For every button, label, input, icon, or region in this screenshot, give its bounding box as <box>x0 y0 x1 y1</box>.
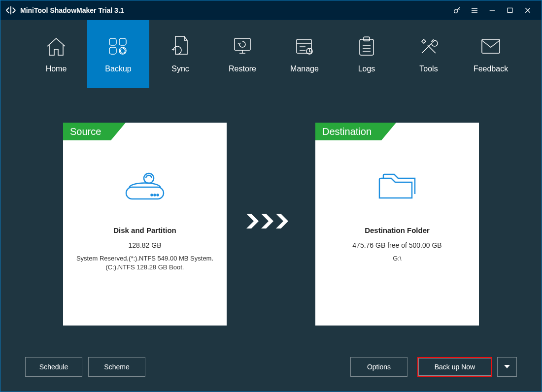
manage-icon <box>291 35 318 58</box>
home-icon <box>42 35 70 58</box>
maximize-button[interactable] <box>501 0 519 20</box>
caret-down-icon <box>504 365 510 369</box>
nav-label: Restore <box>229 65 256 73</box>
svg-point-16 <box>157 195 159 196</box>
scheme-button[interactable]: Scheme <box>88 357 145 377</box>
main-content: Source Disk and Partition 128.82 GB Syst… <box>0 88 542 392</box>
backup-now-dropdown[interactable] <box>497 357 517 377</box>
minimize-button[interactable] <box>483 0 501 20</box>
keys-icon[interactable] <box>448 0 466 20</box>
bottom-toolbar: Schedule Scheme Options Back up Now <box>0 357 542 377</box>
nav-label: Home <box>46 65 67 73</box>
sync-icon <box>167 35 194 58</box>
destination-path: G:\ <box>385 254 409 263</box>
logs-icon <box>353 35 380 58</box>
schedule-button[interactable]: Schedule <box>25 357 82 377</box>
source-detail: System Reserved,(*:).NTFS 549.00 MB Syst… <box>63 254 227 272</box>
transfer-arrows-icon <box>227 123 315 231</box>
svg-rect-9 <box>360 39 373 55</box>
backup-now-button[interactable]: Back up Now <box>418 358 491 376</box>
folder-icon <box>373 167 421 204</box>
nav-label: Sync <box>171 65 189 73</box>
destination-title: Destination Folder <box>365 226 430 234</box>
disk-icon <box>121 167 169 204</box>
backup-now-highlight: Back up Now <box>417 357 492 377</box>
source-tab-label: Source <box>63 123 111 140</box>
tools-icon <box>415 35 442 58</box>
backup-icon <box>104 35 132 58</box>
svg-point-15 <box>154 195 156 196</box>
nav-label: Backup <box>105 65 131 73</box>
svg-rect-4 <box>109 47 116 54</box>
destination-tab-label: Destination <box>315 123 381 140</box>
nav-label: Logs <box>358 65 375 73</box>
source-card[interactable]: Source Disk and Partition 128.82 GB Syst… <box>63 123 227 326</box>
main-nav: Home Backup Sync Restore Manage <box>0 20 542 88</box>
svg-rect-10 <box>364 37 370 41</box>
svg-rect-3 <box>119 38 126 45</box>
svg-rect-11 <box>482 39 500 53</box>
app-title: MiniTool ShadowMaker Trial 3.1 <box>20 6 124 14</box>
menu-icon[interactable] <box>466 0 483 20</box>
svg-rect-2 <box>109 38 116 45</box>
app-window: MiniTool ShadowMaker Trial 3.1 Home <box>0 0 542 392</box>
app-logo-icon <box>5 5 16 16</box>
svg-point-14 <box>151 195 153 196</box>
restore-icon <box>229 35 256 58</box>
source-size: 128.82 GB <box>129 241 162 249</box>
titlebar: MiniTool ShadowMaker Trial 3.1 <box>0 0 542 20</box>
svg-rect-1 <box>508 8 512 12</box>
nav-manage[interactable]: Manage <box>273 20 336 88</box>
svg-point-0 <box>454 9 458 13</box>
destination-free: 475.76 GB free of 500.00 GB <box>352 241 441 249</box>
feedback-icon <box>477 35 505 58</box>
nav-tools[interactable]: Tools <box>398 20 460 88</box>
nav-home[interactable]: Home <box>25 20 87 88</box>
nav-feedback[interactable]: Feedback <box>460 20 522 88</box>
nav-sync[interactable]: Sync <box>149 20 211 88</box>
options-button[interactable]: Options <box>350 357 407 377</box>
destination-card[interactable]: Destination Destination Folder 475.76 GB… <box>315 123 479 326</box>
source-title: Disk and Partition <box>113 226 176 234</box>
nav-label: Tools <box>419 65 438 73</box>
nav-restore[interactable]: Restore <box>211 20 273 88</box>
nav-logs[interactable]: Logs <box>336 20 398 88</box>
svg-rect-6 <box>235 38 250 50</box>
close-button[interactable] <box>519 0 537 20</box>
svg-rect-12 <box>126 187 164 199</box>
nav-label: Manage <box>290 65 319 73</box>
nav-backup[interactable]: Backup <box>87 20 149 88</box>
nav-label: Feedback <box>474 65 508 73</box>
